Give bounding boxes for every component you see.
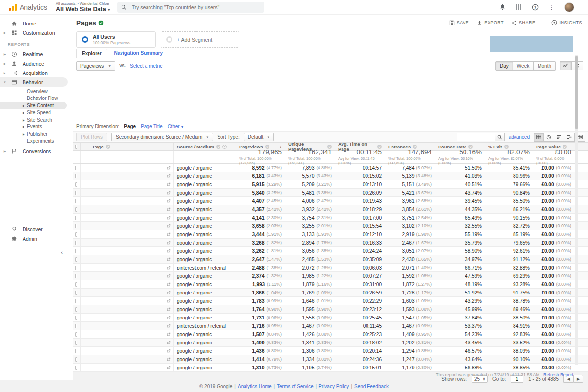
help-icon[interactable]: ?: [216, 145, 220, 149]
footer-link-terms[interactable]: Terms of Service: [277, 384, 313, 389]
save-button[interactable]: SAVE: [449, 20, 469, 25]
overflow-menu-icon[interactable]: ⋮: [548, 4, 555, 10]
view-performance-button[interactable]: [554, 133, 564, 142]
metric-select[interactable]: Pageviews ▼: [76, 61, 115, 71]
sidebar-item-admin[interactable]: Admin: [0, 234, 73, 243]
property-selector[interactable]: All Web Site Data ▾: [56, 6, 110, 13]
view-comparison-button[interactable]: [564, 133, 575, 142]
sidebar-item-publisher[interactable]: ▶Publisher: [0, 130, 73, 138]
open-in-new-icon[interactable]: [167, 299, 171, 303]
open-in-new-icon[interactable]: [167, 257, 171, 261]
row-checkbox[interactable]: [75, 349, 77, 353]
row-checkbox[interactable]: [75, 207, 77, 212]
row-checkbox[interactable]: [75, 224, 77, 228]
sort-type-select[interactable]: Default ▼: [244, 133, 274, 141]
sidebar-item-events[interactable]: ▶Events: [0, 123, 73, 131]
open-in-new-icon[interactable]: [167, 207, 171, 211]
insights-button[interactable]: INSIGHTS: [551, 20, 582, 25]
row-checkbox[interactable]: [75, 307, 77, 312]
open-in-new-icon[interactable]: [167, 349, 171, 353]
add-segment-button[interactable]: + Add Segment: [161, 31, 239, 48]
notifications-bell-icon[interactable]: [499, 4, 506, 10]
advanced-search-link[interactable]: advanced: [509, 134, 530, 140]
row-checkbox[interactable]: [75, 357, 77, 362]
column-header-source-medium[interactable]: Source / Medium?✕: [174, 143, 236, 150]
open-in-new-icon[interactable]: [167, 324, 171, 328]
row-checkbox[interactable]: [75, 216, 77, 220]
row-checkbox[interactable]: [75, 291, 77, 295]
help-icon[interactable]: ?: [106, 145, 110, 149]
analytics-logo[interactable]: Analytics: [9, 3, 47, 11]
sidebar-item-site-content[interactable]: ▶Site Content: [0, 102, 67, 109]
open-in-new-icon[interactable]: [167, 357, 171, 361]
refresh-report-link[interactable]: Refresh Report: [543, 372, 573, 377]
sidebar-item-overview[interactable]: Overview: [0, 88, 73, 95]
row-checkbox[interactable]: [75, 324, 77, 328]
sidebar-item-customization[interactable]: ▶ Customization: [0, 28, 73, 37]
avatar[interactable]: [564, 2, 574, 12]
row-checkbox[interactable]: [75, 366, 77, 370]
row-checkbox[interactable]: [75, 257, 77, 262]
tab-navigation-summary[interactable]: Navigation Summary: [114, 50, 163, 56]
open-in-new-icon[interactable]: [167, 199, 171, 203]
row-checkbox[interactable]: [75, 232, 77, 237]
row-checkbox[interactable]: [75, 282, 77, 287]
row-checkbox[interactable]: [75, 182, 77, 187]
sidebar-item-behavior[interactable]: ▼ Behavior: [0, 77, 68, 87]
open-in-new-icon[interactable]: [167, 241, 171, 245]
primary-dimension-page[interactable]: Page: [124, 124, 136, 129]
sidebar-item-audience[interactable]: ▶ Audience: [0, 59, 73, 68]
open-in-new-icon[interactable]: [167, 191, 171, 195]
footer-link-privacy[interactable]: Privacy Policy: [318, 384, 349, 389]
row-checkbox[interactable]: [75, 174, 77, 178]
sidebar-item-acquisition[interactable]: ▶ Acquisition: [0, 68, 73, 77]
open-in-new-icon[interactable]: [167, 266, 171, 270]
footer-link-analytics-home[interactable]: Analytics Home: [238, 384, 271, 389]
primary-dimension-page-title[interactable]: Page Title: [141, 124, 162, 129]
granularity-day-button[interactable]: Day: [495, 61, 513, 71]
row-checkbox[interactable]: [75, 316, 77, 320]
open-in-new-icon[interactable]: [167, 316, 171, 319]
tab-explorer[interactable]: Explorer: [76, 49, 107, 58]
open-in-new-icon[interactable]: [167, 274, 171, 278]
row-checkbox[interactable]: [75, 166, 77, 170]
open-in-new-icon[interactable]: [167, 249, 171, 253]
select-all-checkbox[interactable]: [73, 143, 81, 150]
open-in-new-icon[interactable]: [167, 282, 171, 286]
next-page-button[interactable]: ▶: [573, 375, 583, 383]
sidebar-item-realtime[interactable]: ▶ Realtime: [0, 49, 73, 59]
sidebar-collapse-button[interactable]: ‹: [0, 249, 73, 255]
row-checkbox[interactable]: [75, 299, 77, 303]
sidebar-item-home[interactable]: Home: [0, 19, 73, 28]
help-icon[interactable]: ?: [532, 4, 539, 11]
table-search-button[interactable]: [495, 133, 505, 141]
table-search-input[interactable]: [457, 133, 495, 141]
open-in-new-icon[interactable]: [167, 166, 171, 170]
granularity-month-button[interactable]: Month: [534, 61, 556, 71]
row-checkbox[interactable]: [75, 249, 77, 253]
row-checkbox[interactable]: [75, 241, 77, 245]
plot-rows-button[interactable]: Plot Rows: [76, 133, 107, 141]
secondary-dimension-button[interactable]: Secondary dimension: Source / Medium ▼: [111, 133, 213, 141]
sidebar-item-site-speed[interactable]: ▶Site Speed: [0, 109, 73, 117]
search-input[interactable]: [131, 4, 253, 11]
open-in-new-icon[interactable]: [167, 307, 171, 311]
row-checkbox[interactable]: [75, 266, 77, 270]
view-table-button[interactable]: [534, 133, 544, 142]
remove-secondary-dimension-icon[interactable]: ✕: [222, 145, 227, 149]
open-in-new-icon[interactable]: [167, 332, 171, 336]
sidebar-item-experiments[interactable]: Experiments: [0, 138, 73, 145]
line-chart-toggle-button[interactable]: [560, 61, 571, 70]
granularity-week-button[interactable]: Week: [513, 61, 534, 71]
footer-link-feedback[interactable]: Send Feedback: [354, 384, 389, 389]
column-header-page[interactable]: Page?: [81, 143, 174, 150]
segment-all-users[interactable]: All Users 100.00% Pageviews: [76, 31, 156, 48]
open-in-new-icon[interactable]: [167, 174, 171, 178]
row-checkbox[interactable]: [75, 332, 77, 337]
row-checkbox[interactable]: [75, 199, 77, 203]
select-a-metric-link[interactable]: Select a metric: [130, 63, 162, 69]
open-in-new-icon[interactable]: [167, 182, 171, 186]
open-in-new-icon[interactable]: [167, 366, 171, 369]
global-search[interactable]: [117, 2, 264, 13]
primary-dimension-other[interactable]: Other ▾: [168, 124, 184, 129]
